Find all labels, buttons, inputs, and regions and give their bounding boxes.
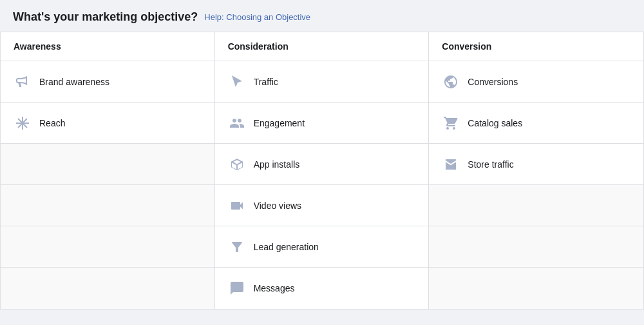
item-label-engagement: Engagement: [254, 118, 305, 128]
item-video-views[interactable]: Video views: [215, 185, 429, 226]
item-store-traffic[interactable]: Store traffic: [429, 144, 643, 185]
item-reach[interactable]: Reach: [1, 103, 214, 144]
item-label-brand-awareness: Brand awareness: [39, 77, 109, 87]
filler-awareness-2: [1, 185, 214, 226]
filler-conversion-3: [429, 268, 643, 309]
item-messages[interactable]: Messages: [215, 268, 429, 309]
col-consideration: Traffic Engagement: [215, 61, 430, 309]
item-catalog-sales[interactable]: Catalog sales: [429, 103, 643, 144]
item-label-store-traffic: Store traffic: [468, 159, 513, 170]
item-label-traffic: Traffic: [254, 77, 278, 87]
table-header: Awareness Consideration Conversion: [1, 32, 643, 61]
help-link[interactable]: Help: Choosing an Objective: [204, 12, 310, 22]
item-traffic[interactable]: Traffic: [215, 61, 429, 103]
page-wrapper: What's your marketing objective? Help: C…: [0, 0, 644, 325]
col-awareness: Brand awareness Reach: [1, 61, 215, 309]
asterisk-icon: [14, 114, 32, 132]
page-title: What's your marketing objective?: [13, 10, 198, 24]
item-label-lead-generation: Lead generation: [254, 242, 319, 252]
megaphone-icon: [14, 73, 32, 91]
item-label-catalog-sales: Catalog sales: [468, 118, 522, 128]
globe-icon: [442, 73, 460, 91]
item-conversions[interactable]: Conversions: [429, 61, 643, 103]
filler-awareness-3: [1, 226, 214, 268]
objectives-table: Awareness Consideration Conversion Brand…: [0, 32, 644, 310]
item-app-installs[interactable]: App installs: [215, 144, 429, 185]
table-body: Brand awareness Reach: [1, 61, 643, 309]
item-lead-generation[interactable]: Lead generation: [215, 226, 429, 268]
item-label-app-installs: App installs: [254, 159, 300, 170]
cursor-icon: [228, 73, 246, 91]
header: What's your marketing objective? Help: C…: [0, 0, 644, 32]
filler-conversion-1: [429, 185, 643, 226]
item-brand-awareness[interactable]: Brand awareness: [1, 61, 214, 103]
chat-icon: [228, 279, 246, 297]
item-label-messages: Messages: [254, 283, 295, 293]
people-icon: [228, 114, 246, 132]
item-label-video-views: Video views: [254, 201, 301, 211]
col-header-conversion: Conversion: [429, 32, 643, 61]
store-icon: [442, 155, 460, 173]
cart-icon: [442, 114, 460, 132]
filler-conversion-2: [429, 226, 643, 268]
filler-awareness-1: [1, 144, 214, 185]
col-header-consideration: Consideration: [215, 32, 430, 61]
video-icon: [228, 197, 246, 215]
filler-awareness-4: [1, 268, 214, 309]
col-header-awareness: Awareness: [1, 32, 215, 61]
item-label-conversions: Conversions: [468, 77, 518, 87]
box-icon: [228, 155, 246, 173]
col-conversion: Conversions Catalog sales: [429, 61, 643, 309]
item-label-reach: Reach: [39, 118, 65, 128]
item-engagement[interactable]: Engagement: [215, 103, 429, 144]
filter-icon: [228, 238, 246, 256]
